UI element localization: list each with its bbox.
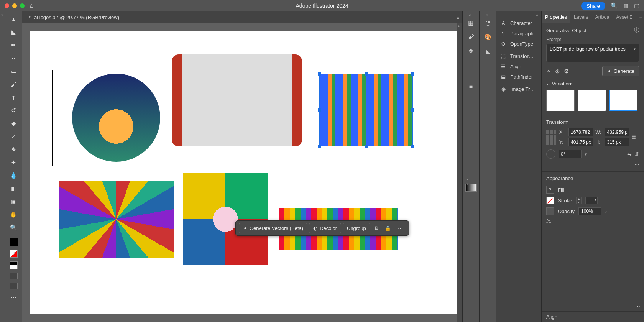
y-input[interactable] — [568, 138, 593, 146]
style-picker-icon[interactable]: ✧ — [546, 68, 551, 75]
fill-stroke-swatch[interactable] — [10, 238, 18, 246]
tab-properties[interactable]: Properties — [542, 12, 570, 23]
opacity-input[interactable] — [578, 207, 601, 215]
rectangle-tool-icon[interactable]: ▭ — [8, 67, 19, 76]
stroke-weight-dropdown[interactable] — [585, 197, 598, 204]
document-tab[interactable]: × ai logos.ai* @ 29.77 % (RGB/Preview) — [25, 12, 123, 23]
symbols-panel-icon[interactable]: ♣ — [469, 47, 473, 54]
mini-panel-strip-left: ▦ 🖌 ♣ ≡ — [462, 12, 479, 322]
home-icon[interactable]: ⌂ — [30, 2, 34, 9]
info-icon[interactable]: ⓘ — [634, 27, 639, 34]
left-dock-collapse-strip[interactable] — [0, 12, 5, 322]
lock-icon[interactable]: 🔒 — [382, 223, 394, 233]
brushes-panel-icon[interactable]: 🖌 — [468, 33, 474, 40]
search-icon[interactable]: 🔍 — [611, 2, 618, 9]
artboard-tool-icon[interactable]: ▣ — [8, 197, 19, 206]
close-tab-icon[interactable]: × — [28, 15, 31, 20]
opacity-swatch[interactable] — [546, 207, 554, 215]
paragraph-panel-button[interactable]: ¶Paragraph — [496, 28, 541, 39]
gradient-panel-collapsed[interactable] — [465, 184, 477, 192]
vertical-scrollbar[interactable] — [457, 23, 462, 322]
default-fill-stroke-icon[interactable]: ? — [10, 250, 18, 258]
align-panel-button[interactable]: ☰Align — [496, 61, 541, 72]
effects-icon[interactable]: ⊛ — [555, 68, 560, 75]
selection-tool-icon[interactable]: ▲ — [8, 15, 19, 24]
curvature-tool-icon[interactable]: 〰 — [8, 54, 19, 63]
generate-vectors-button[interactable]: ✦ Generate Vectors (Beta) — [239, 223, 307, 233]
x-input[interactable] — [568, 128, 593, 136]
type-tool-icon[interactable]: T — [8, 93, 19, 102]
image-trace-panel-button[interactable]: ◉Image Tr… — [496, 84, 541, 94]
artwork-tree-circle[interactable] — [72, 74, 160, 162]
artwork-cross-wreath[interactable] — [183, 173, 268, 265]
arrange-documents-icon[interactable]: ▢ — [634, 2, 639, 9]
width-tool-icon[interactable]: ✦ — [8, 158, 19, 167]
rotate-angle-dial[interactable] — [546, 150, 555, 159]
opentype-icon: O — [500, 41, 506, 47]
ungroup-button[interactable]: Ungroup — [343, 223, 370, 233]
hand-tool-icon[interactable]: ✋ — [8, 210, 19, 219]
gradient-tool-icon[interactable]: ◧ — [8, 184, 19, 193]
paintbrush-tool-icon[interactable]: 🖌 — [8, 80, 19, 89]
edit-toolbar-icon[interactable]: ⋯ — [8, 293, 19, 302]
fill-swatch[interactable] — [546, 186, 554, 194]
tab-artboards[interactable]: Artboa — [592, 12, 613, 23]
prompt-input[interactable]: LGBT pride logo row of poplar trees × — [546, 44, 639, 62]
stroke-weight-stepper[interactable]: ▴▾ — [576, 197, 582, 204]
settings-gear-icon[interactable]: ⚙ — [564, 68, 569, 75]
pen-tool-icon[interactable]: ✒ — [8, 41, 19, 50]
transform-more-icon[interactable]: ⋯ — [634, 162, 639, 168]
zoom-tool-icon[interactable]: 🔍 — [8, 223, 19, 232]
tab-asset-export[interactable]: Asset E — [613, 12, 636, 23]
reference-point-selector[interactable] — [546, 130, 556, 145]
pathfinder-panel-button[interactable]: ⬓Pathfinder — [496, 72, 541, 82]
variation-thumbnail-3[interactable] — [609, 90, 637, 111]
constrain-proportions-icon[interactable]: 𝌆 — [632, 135, 639, 140]
eraser-tool-icon[interactable]: ◆ — [8, 119, 19, 128]
artwork-tree-grid-heart[interactable] — [59, 181, 174, 258]
screen-mode-icon[interactable] — [10, 273, 18, 279]
artwork-selected-poplar-row[interactable] — [319, 74, 413, 146]
tab-overflow-icon[interactable]: « — [457, 15, 459, 20]
opentype-panel-button[interactable]: OOpenType — [496, 39, 541, 49]
variation-thumbnail-2[interactable] — [578, 90, 606, 111]
close-window-button[interactable] — [5, 3, 9, 8]
color-panel-icon[interactable]: ◔ — [485, 19, 491, 26]
scale-tool-icon[interactable]: ⤢ — [8, 132, 19, 141]
tab-layers[interactable]: Layers — [570, 12, 592, 23]
appearance-more-icon[interactable]: ⋯ — [542, 301, 644, 311]
panel-grid-icon[interactable]: ▦ — [468, 19, 474, 26]
clear-prompt-icon[interactable]: × — [634, 46, 637, 52]
artwork-tree-card[interactable] — [172, 54, 302, 146]
flip-horizontal-icon[interactable]: ⇋ — [627, 151, 632, 157]
libraries-panel-icon[interactable]: ≡ — [469, 83, 473, 90]
swatches-panel-icon[interactable]: 🎨 — [484, 33, 492, 41]
recolor-button[interactable]: ◐ Recolor — [309, 223, 341, 233]
context-more-icon[interactable]: ⋯ — [395, 223, 406, 233]
variation-thumbnail-1[interactable] — [546, 90, 575, 111]
angle-input[interactable] — [559, 150, 582, 158]
minimize-window-button[interactable] — [12, 3, 17, 8]
fx-label[interactable]: fx. — [546, 217, 639, 224]
generate-button[interactable]: ✦ Generate — [602, 66, 639, 76]
transform-panel-button[interactable]: ⬚Transfor… — [496, 51, 541, 61]
w-input[interactable] — [605, 128, 630, 136]
rotate-tool-icon[interactable]: ↺ — [8, 106, 19, 115]
eyedropper-tool-icon[interactable]: 💧 — [8, 171, 19, 180]
h-input[interactable] — [605, 138, 630, 146]
shape-builder-tool-icon[interactable]: ❖ — [8, 145, 19, 154]
draw-mode-icon[interactable] — [10, 283, 18, 289]
workspace-switcher-icon[interactable]: ▥ — [623, 2, 629, 9]
panel-menu-icon[interactable]: ≡ — [636, 12, 644, 23]
color-mode-toggle[interactable] — [10, 261, 18, 269]
color-guide-panel-icon[interactable]: ◣ — [486, 48, 490, 55]
direct-selection-tool-icon[interactable]: ◣ — [8, 28, 19, 37]
character-panel-button[interactable]: ACharacter — [496, 18, 541, 28]
duplicate-icon[interactable]: ⧉ — [372, 223, 381, 233]
flip-vertical-icon[interactable]: ⇵ — [635, 151, 639, 157]
maximize-window-button[interactable] — [20, 3, 25, 8]
share-button[interactable]: Share — [581, 2, 605, 10]
stroke-swatch[interactable] — [546, 197, 554, 204]
canvas[interactable]: ✦ Generate Vectors (Beta) ◐ Recolor Ungr… — [22, 23, 462, 322]
image-trace-icon: ◉ — [500, 86, 506, 92]
